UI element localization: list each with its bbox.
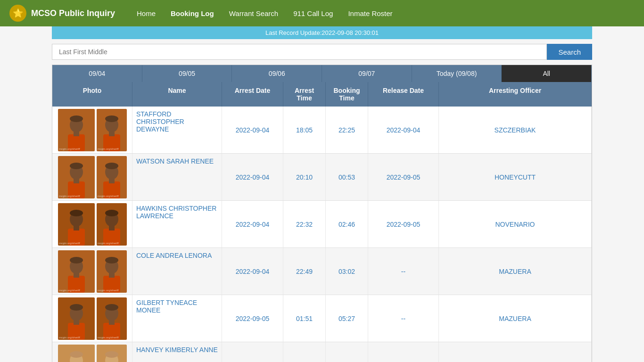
release-date: 2022-09-04 bbox=[368, 107, 439, 153]
table-row: mcgtn.org/sheriff mcgtn.org/sheriff COLE… bbox=[52, 248, 592, 295]
svg-text:mcgtn.org/sheriff: mcgtn.org/sheriff bbox=[98, 242, 119, 245]
table-body: mcgtn.org/sheriff mcgtn.org/sheriff STAF… bbox=[52, 107, 592, 362]
tab-09-04[interactable]: 09/04 bbox=[52, 65, 142, 82]
nav-home[interactable]: Home bbox=[129, 7, 163, 20]
brand-logo: ⭐ bbox=[9, 5, 26, 22]
release-date: -- bbox=[368, 342, 439, 362]
arresting-officer: SZCZERBIAK bbox=[439, 107, 592, 153]
mugshot-side: mcgtn.org/sheriff bbox=[97, 109, 127, 151]
photo-cell: mcgtn.org/sheriff mcgtn.org/sheriff bbox=[52, 295, 132, 342]
svg-point-46 bbox=[105, 257, 118, 263]
svg-text:mcgtn.org/sheriff: mcgtn.org/sheriff bbox=[59, 148, 80, 150]
search-button[interactable]: Search bbox=[547, 44, 592, 60]
photo-cell: mcgtn.org/sheriff mcgtn.org/sheriff bbox=[52, 248, 132, 295]
svg-point-64 bbox=[70, 351, 83, 358]
search-bar: Search bbox=[52, 44, 592, 60]
table-row: mcgtn.org/sheriff mcgtn.org/sheriff STAF… bbox=[52, 107, 592, 154]
photo-cell: mcgtn.org/sheriff mcgtn.org/sheriff bbox=[52, 342, 132, 362]
inmate-name[interactable]: HANVEY KIMBERLY ANNE bbox=[132, 342, 222, 362]
svg-text:mcgtn.org/sheriff: mcgtn.org/sheriff bbox=[59, 195, 80, 197]
release-date: -- bbox=[368, 295, 439, 342]
arrest-date: 2022-09-05 bbox=[222, 295, 283, 342]
mugshot-side: mcgtn.org/sheriff bbox=[97, 250, 127, 293]
inmate-name[interactable]: HAWKINS CHRISTOPHER LAWRENCE bbox=[132, 201, 222, 247]
tab-09-06[interactable]: 09/06 bbox=[232, 65, 322, 82]
tab-09-07[interactable]: 09/07 bbox=[322, 65, 412, 82]
mugshot-front: mcgtn.org/sheriff bbox=[58, 109, 95, 151]
svg-text:mcgtn.org/sheriff: mcgtn.org/sheriff bbox=[98, 336, 119, 339]
arresting-officer: DUBE bbox=[439, 342, 592, 362]
mugshot-side: mcgtn.org/sheriff bbox=[97, 345, 127, 362]
photo-cell: mcgtn.org/sheriff mcgtn.org/sheriff bbox=[52, 154, 132, 200]
column-headers: Photo Name Arrest Date Arrest Time Booki… bbox=[52, 82, 592, 107]
svg-text:mcgtn.org/sheriff: mcgtn.org/sheriff bbox=[98, 195, 119, 197]
photo-cell: mcgtn.org/sheriff mcgtn.org/sheriff bbox=[52, 201, 132, 247]
arresting-officer: MAZUERA bbox=[439, 295, 592, 342]
photo-cell: mcgtn.org/sheriff mcgtn.org/sheriff bbox=[52, 107, 132, 153]
col-release-date: Release Date bbox=[368, 82, 439, 107]
booking-time: 03:02 bbox=[326, 248, 368, 295]
table-row: mcgtn.org/sheriff mcgtn.org/sheriff WATS… bbox=[52, 154, 592, 201]
search-input[interactable] bbox=[52, 44, 547, 60]
mugshot-front: mcgtn.org/sheriff bbox=[58, 156, 95, 198]
booking-time: 22:25 bbox=[326, 107, 368, 153]
inmate-name[interactable]: STAFFORD CHRISTOPHER DEWAYNE bbox=[132, 107, 222, 153]
svg-point-28 bbox=[70, 210, 83, 216]
nav-911-call-log[interactable]: 911 Call Log bbox=[286, 7, 340, 20]
svg-point-10 bbox=[105, 115, 118, 122]
inmate-name[interactable]: COLE ANDREA LENORA bbox=[132, 248, 222, 295]
arrest-time: 18:05 bbox=[283, 107, 326, 153]
col-name: Name bbox=[132, 82, 222, 107]
navbar: ⭐ MCSO Public Inquiry Home Booking Log W… bbox=[0, 0, 644, 26]
mugshot-side: mcgtn.org/sheriff bbox=[97, 203, 127, 246]
nav-warrant-search[interactable]: Warrant Search bbox=[222, 7, 286, 20]
mugshot-side: mcgtn.org/sheriff bbox=[97, 156, 127, 198]
booking-time: 02:46 bbox=[326, 201, 368, 247]
arrest-time: 01:54 bbox=[283, 342, 326, 362]
svg-point-52 bbox=[70, 304, 83, 311]
arrest-time: 01:51 bbox=[283, 295, 326, 342]
mugshot-front: mcgtn.org/sheriff bbox=[58, 297, 95, 340]
nav-booking-log[interactable]: Booking Log bbox=[163, 7, 222, 20]
mugshot-front: mcgtn.org/sheriff bbox=[58, 250, 95, 293]
svg-text:mcgtn.org/sheriff: mcgtn.org/sheriff bbox=[59, 242, 80, 245]
booking-table: 09/04 09/05 09/06 09/07 Today (09/08) Al… bbox=[52, 65, 592, 362]
col-arrest-time: Arrest Time bbox=[283, 82, 326, 107]
arrest-date: 2022-09-04 bbox=[222, 154, 283, 200]
status-bar: Last Record Update:2022-09-08 20:30:01 bbox=[52, 26, 592, 39]
arrest-date: 2022-09-05 bbox=[222, 342, 283, 362]
status-text: Last Record Update:2022-09-08 20:30:01 bbox=[265, 29, 379, 36]
svg-point-70 bbox=[105, 351, 118, 358]
booking-time: 00:53 bbox=[326, 154, 368, 200]
svg-text:mcgtn.org/sheriff: mcgtn.org/sheriff bbox=[59, 289, 80, 292]
tab-all[interactable]: All bbox=[502, 65, 592, 82]
arresting-officer: NOVENARIO bbox=[439, 201, 592, 247]
svg-text:mcgtn.org/sheriff: mcgtn.org/sheriff bbox=[98, 148, 119, 150]
arresting-officer: HONEYCUTT bbox=[439, 154, 592, 200]
release-date: 2022-09-05 bbox=[368, 154, 439, 200]
date-tabs: 09/04 09/05 09/06 09/07 Today (09/08) Al… bbox=[52, 65, 592, 82]
mugshot-front: mcgtn.org/sheriff bbox=[58, 203, 95, 246]
svg-point-4 bbox=[70, 115, 83, 122]
table-row: mcgtn.org/sheriff mcgtn.org/sheriff HAWK… bbox=[52, 201, 592, 248]
nav-links: Home Booking Log Warrant Search 911 Call… bbox=[129, 7, 400, 20]
release-date: -- bbox=[368, 248, 439, 295]
brand: ⭐ MCSO Public Inquiry bbox=[9, 5, 115, 22]
col-booking-time: Booking Time bbox=[326, 82, 368, 107]
inmate-name[interactable]: WATSON SARAH RENEE bbox=[132, 154, 222, 200]
inmate-name[interactable]: GILBERT TYNEACE MONEE bbox=[132, 295, 222, 342]
tab-today[interactable]: Today (09/08) bbox=[412, 65, 502, 82]
nav-inmate-roster[interactable]: Inmate Roster bbox=[340, 7, 400, 20]
mugshot-side: mcgtn.org/sheriff bbox=[97, 297, 127, 340]
booking-time: 08:43 bbox=[326, 342, 368, 362]
arrest-date: 2022-09-04 bbox=[222, 248, 283, 295]
arrest-date: 2022-09-04 bbox=[222, 107, 283, 153]
svg-text:mcgtn.org/sheriff: mcgtn.org/sheriff bbox=[98, 289, 119, 292]
release-date: 2022-09-05 bbox=[368, 201, 439, 247]
table-row: mcgtn.org/sheriff mcgtn.org/sheriff HANV… bbox=[52, 342, 592, 362]
svg-text:mcgtn.org/sheriff: mcgtn.org/sheriff bbox=[59, 336, 80, 339]
tab-09-05[interactable]: 09/05 bbox=[142, 65, 232, 82]
booking-time: 05:27 bbox=[326, 295, 368, 342]
col-arresting-officer: Arresting Officer bbox=[439, 82, 592, 107]
svg-point-34 bbox=[105, 210, 118, 216]
